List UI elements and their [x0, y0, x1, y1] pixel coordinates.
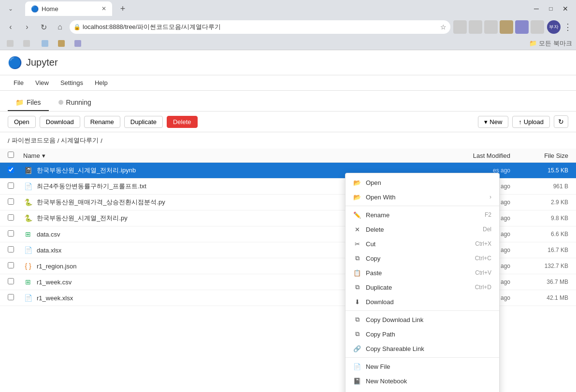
jupyter-header: 🔵 Jupyter — [0, 50, 576, 75]
ctx-copy-shareable-link-label: Copy Shareable Link — [366, 345, 491, 352]
ctx-rename-shortcut: F2 — [485, 211, 491, 218]
duplicate-icon: ⧉ — [353, 283, 361, 291]
browser-menu-button[interactable]: ⋮ — [563, 22, 572, 32]
breadcrumb-sep1: / — [58, 137, 59, 144]
row-check[interactable] — [8, 230, 23, 238]
ctx-new-notebook[interactable]: 📓 New Notebook — [346, 374, 499, 388]
download-button[interactable]: Download — [40, 116, 80, 128]
ctx-paste[interactable]: 📋 Paste Ctrl+V — [346, 266, 499, 280]
bookmark-3[interactable] — [39, 39, 51, 48]
address-text[interactable]: localhost:8888/tree/파이썬코드모음/시계열다루기 — [83, 23, 438, 31]
file-icon-py: 🐍 — [23, 213, 33, 223]
minimize-button[interactable]: ─ — [530, 4, 543, 14]
bookmarks-folder-icon: 📁 — [529, 40, 537, 47]
header-check[interactable] — [8, 152, 23, 159]
tab-files[interactable]: 📁 Files — [8, 95, 49, 111]
select-all-checkbox[interactable] — [8, 152, 14, 158]
bookmark-4[interactable] — [55, 39, 68, 48]
ctx-duplicate-label: Duplicate — [366, 284, 470, 291]
profile-button[interactable]: 부자 — [547, 20, 561, 34]
file-size: 36.7 MB — [510, 279, 568, 285]
ctx-copy-path[interactable]: ⧉ Copy Path — [346, 327, 499, 341]
breadcrumb-folder2[interactable]: 시계열다루기 — [61, 136, 99, 145]
ctx-new-file[interactable]: 📄 New File — [346, 359, 499, 374]
copy2-icon: ⧉ — [353, 316, 361, 323]
delete-button[interactable]: Delete — [167, 116, 198, 128]
extension-icon-6[interactable] — [531, 20, 544, 34]
extension-icon-4[interactable] — [500, 20, 513, 34]
ctx-new-folder[interactable]: 📁 New Folder — [346, 388, 499, 392]
ctx-copy-shareable-link[interactable]: 🔗 Copy Shareable Link — [346, 341, 499, 356]
profile-initials: 부자 — [549, 24, 559, 30]
refresh-button[interactable]: ↻ — [554, 115, 568, 128]
extension-icon-5[interactable] — [515, 20, 529, 34]
active-tab[interactable]: 🔵 Home ✕ — [25, 1, 112, 16]
header-modified[interactable]: Last Modified — [414, 152, 510, 159]
ctx-copy-download-link[interactable]: ⧉ Copy Download Link — [346, 312, 499, 327]
extension-icon-2[interactable] — [469, 20, 482, 34]
breadcrumb-folder1[interactable]: 파이썬코드모음 — [12, 136, 56, 145]
bookmark-star-icon[interactable]: ☆ — [440, 23, 446, 31]
home-button[interactable]: ⌂ — [53, 20, 67, 34]
new-notebook-icon: 📓 — [353, 377, 361, 385]
row-check[interactable] — [8, 262, 23, 270]
menu-settings[interactable]: Settings — [55, 76, 89, 89]
header-name[interactable]: Name ▾ — [23, 152, 414, 159]
header-size[interactable]: File Size — [510, 152, 568, 159]
ctx-cut[interactable]: ✂ Cut Ctrl+X — [346, 237, 499, 251]
tab-list-btn[interactable]: ⌄ — [4, 2, 17, 15]
sort-indicator: ▾ — [42, 152, 45, 159]
breadcrumb-root[interactable]: / — [8, 137, 10, 144]
file-icon-json: { } — [23, 261, 33, 271]
address-bar: ‹ › ↻ ⌂ 🔒 localhost:8888/tree/파이썬코드모음/시계… — [0, 17, 576, 37]
bookmarks-more-button[interactable]: 📁 모든 북마크 — [529, 39, 572, 48]
bookmark-2[interactable] — [20, 39, 35, 48]
ctx-open-with-label: Open With — [366, 194, 485, 201]
forward-button[interactable]: › — [20, 20, 34, 34]
ctx-open[interactable]: 📂 Open — [346, 175, 499, 190]
download-icon: ⬇ — [353, 298, 361, 306]
file-size: 42.1 MB — [510, 294, 568, 301]
row-check[interactable] — [8, 214, 23, 222]
row-check[interactable] — [8, 294, 23, 302]
extension-icon-1[interactable] — [453, 20, 467, 34]
menu-file[interactable]: File — [8, 76, 29, 89]
row-check[interactable] — [8, 246, 23, 254]
running-tab-icon — [58, 100, 63, 105]
file-icon-txt: 📄 — [23, 182, 33, 191]
ctx-copy[interactable]: ⧉ Copy Ctrl+C — [346, 251, 499, 266]
row-check[interactable] — [8, 198, 23, 206]
rename-button[interactable]: Rename — [84, 116, 120, 128]
upload-button[interactable]: ↑ Upload — [512, 116, 550, 128]
ctx-rename[interactable]: ✏️ Rename F2 — [346, 208, 499, 222]
maximize-button[interactable]: □ — [544, 4, 558, 14]
bookmark-1[interactable] — [4, 39, 16, 48]
close-button[interactable]: ✕ — [559, 4, 572, 14]
open-button[interactable]: Open — [8, 116, 36, 128]
new-tab-button[interactable]: + — [116, 2, 130, 15]
back-button[interactable]: ‹ — [4, 20, 17, 34]
reload-button[interactable]: ↻ — [37, 20, 50, 34]
ctx-duplicate[interactable]: ⧉ Duplicate Ctrl+D — [346, 280, 499, 294]
ctx-delete[interactable]: ✕ Delete Del — [346, 222, 499, 237]
extension-icon-3[interactable] — [484, 20, 498, 34]
ctx-new-file-label: New File — [366, 363, 491, 370]
menu-bar: File View Settings Help — [0, 75, 576, 91]
files-tab-icon: 📁 — [15, 98, 24, 106]
menu-help[interactable]: Help — [89, 76, 114, 89]
row-check[interactable] — [8, 278, 23, 286]
bookmark-5[interactable] — [72, 39, 84, 48]
tab-running[interactable]: Running — [51, 95, 99, 111]
row-check[interactable] — [8, 182, 23, 190]
tab-close-button[interactable]: ✕ — [101, 5, 106, 12]
breadcrumb: / 파이썬코드모음 / 시계열다루기 / — [0, 132, 576, 149]
menu-view[interactable]: View — [29, 76, 55, 89]
lock-icon: 🔒 — [73, 24, 81, 30]
ctx-download[interactable]: ⬇ Download — [346, 294, 499, 309]
row-check[interactable] — [8, 167, 23, 174]
file-icon-xlsx: 📄 — [23, 245, 33, 255]
new-dropdown-button[interactable]: ▾ New — [478, 116, 508, 128]
ctx-open-with[interactable]: 📂 Open With › — [346, 190, 499, 204]
duplicate-button[interactable]: Duplicate — [124, 116, 163, 128]
address-input-wrapper[interactable]: 🔒 localhost:8888/tree/파이썬코드모음/시계열다루기 ☆ — [70, 20, 450, 34]
